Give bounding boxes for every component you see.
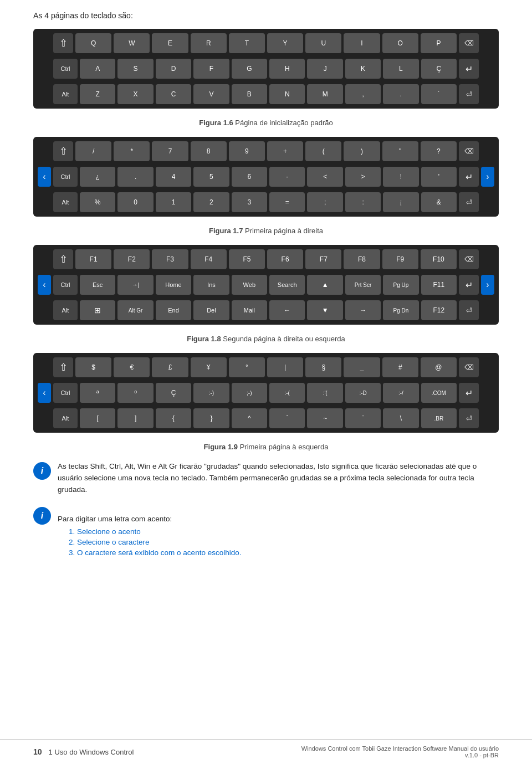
key-plus: +	[267, 141, 303, 161]
key-n: N	[269, 84, 305, 104]
key-at: @	[421, 357, 457, 377]
key-f9: F9	[382, 249, 418, 269]
key-cedilla: Ç	[156, 383, 191, 403]
info-icon-2: i	[33, 507, 51, 525]
info-icon-1: i	[33, 462, 51, 480]
key-cedilla: Ç	[421, 59, 457, 79]
space-enter-key: ⏎	[459, 300, 479, 320]
keyboard-fig1: ⇧ Q W E R T Y U I O P ⌫ Ctrl A S	[33, 29, 499, 109]
key-g: G	[232, 59, 267, 79]
figure-1-6-caption: Figura 1.6 Página de inicialização padrã…	[33, 119, 499, 127]
enter-key: ↵	[459, 383, 479, 403]
key-acute: ´	[421, 84, 457, 104]
key-f: F	[193, 59, 229, 79]
key-caret: ^	[232, 408, 267, 428]
figure-1-8-caption: Figura 1.8 Segunda página à direita ou e…	[33, 335, 499, 343]
key-f12: F12	[421, 300, 457, 320]
key-f3: F3	[152, 249, 188, 269]
key-4: 4	[156, 167, 191, 187]
step-2: 2. Selecione o caractere	[69, 538, 241, 546]
key-s: S	[117, 59, 153, 79]
key-inverted-question: ¿	[80, 167, 115, 187]
keyboard-row: Alt ⊞ Alt Gr End Del Mail ← ▼ → Pg Dn F1…	[53, 300, 479, 320]
key-less: <	[307, 167, 342, 187]
key-tilde: ~	[307, 408, 342, 428]
enter-key: ↵	[459, 275, 479, 295]
key-u: U	[305, 33, 341, 53]
enter-key: ↵	[459, 59, 479, 79]
key-up: ▲	[307, 275, 342, 295]
backspace-key: ⌫	[459, 249, 479, 269]
keyboard-row: ⇧ $ € £ ¥ ° | § _ # @ ⌫	[53, 357, 479, 377]
key-ins: Ins	[193, 275, 229, 295]
key-esc: Esc	[80, 275, 115, 295]
key-f1: F1	[75, 249, 111, 269]
key-rbracket: ]	[117, 408, 153, 428]
shift-key: ⇧	[53, 357, 73, 377]
key-inv-exclaim: ¡	[383, 192, 418, 212]
key-ampersand: &	[421, 192, 457, 212]
key-v: V	[193, 84, 229, 104]
steps-section: Para digitar uma letra com acento: 1. Se…	[58, 515, 241, 559]
page-number: 10	[33, 747, 42, 756]
key-apos: '	[421, 167, 457, 187]
key-3: 3	[232, 192, 267, 212]
key-sad: :-(	[269, 383, 305, 403]
keyboard-fig3: ‹ ⇧ F1 F2 F3 F4 F5 F6 F7 F8 F9 F10 ⌫	[33, 245, 499, 325]
key-x: X	[117, 84, 153, 104]
key-down: ▼	[307, 300, 342, 320]
key-asterisk: *	[114, 141, 150, 161]
key-br: .BR	[421, 408, 457, 428]
key-f11: F11	[421, 275, 457, 295]
key-rparen: )	[344, 141, 380, 161]
enter-key: ↵	[459, 167, 479, 187]
key-com: .COM	[421, 383, 457, 403]
section-title: 1 Uso do Windows Control	[49, 748, 134, 756]
nav-right-arrow: ›	[481, 275, 494, 295]
key-7: 7	[152, 141, 188, 161]
key-f8: F8	[344, 249, 380, 269]
key-percent: %	[80, 192, 115, 212]
key-lbracket: [	[80, 408, 115, 428]
keyboard-row: Ctrl Esc →| Home Ins Web Search ▲ Prt Sc…	[53, 275, 479, 295]
ctrl-key: Ctrl	[53, 275, 78, 295]
key-i: I	[344, 33, 380, 53]
key-f6: F6	[267, 249, 303, 269]
key-p: P	[421, 33, 457, 53]
key-o: O	[382, 33, 418, 53]
ctrl-key: Ctrl	[53, 59, 78, 79]
figure-1-7-caption: Figura 1.7 Primeira página à direita	[33, 227, 499, 235]
info-block-1: i As teclas Shift, Ctrl, Alt, Win e Alt …	[33, 461, 499, 496]
key-meh: :-/	[383, 383, 418, 403]
key-cry: :'(	[307, 383, 342, 403]
shift-key: ⇧	[53, 249, 73, 269]
shift-key: ⇧	[53, 141, 73, 161]
key-end: End	[156, 300, 191, 320]
space-enter-key: ⏎	[459, 192, 479, 212]
backspace-key: ⌫	[459, 141, 479, 161]
key-search: Search	[269, 275, 305, 295]
key-masc-ord: º	[117, 383, 153, 403]
key-2: 2	[193, 192, 229, 212]
key-wink: ;-)	[232, 383, 267, 403]
key-grin: :-D	[345, 383, 381, 403]
key-c: C	[156, 84, 191, 104]
key-f7: F7	[305, 249, 341, 269]
key-y: Y	[267, 33, 303, 53]
key-left: ←	[269, 300, 305, 320]
key-prtscr: Prt Scr	[345, 275, 381, 295]
intro-text: As 4 páginas do teclado são:	[33, 11, 499, 20]
key-win: ⊞	[80, 300, 115, 320]
key-backslash: \	[383, 408, 418, 428]
keyboard-row: ⇧ F1 F2 F3 F4 F5 F6 F7 F8 F9 F10 ⌫	[53, 249, 479, 269]
key-exclaim: !	[383, 167, 418, 187]
ctrl-key: Ctrl	[53, 383, 78, 403]
key-a: A	[80, 59, 115, 79]
key-backtick: `	[269, 408, 305, 428]
keyboard-row: Ctrl A S D F G H J K L Ç ↵	[53, 59, 479, 79]
key-q: Q	[75, 33, 111, 53]
key-underscore: _	[344, 357, 380, 377]
key-equals: =	[269, 192, 305, 212]
key-r: R	[191, 33, 227, 53]
key-k: K	[345, 59, 381, 79]
